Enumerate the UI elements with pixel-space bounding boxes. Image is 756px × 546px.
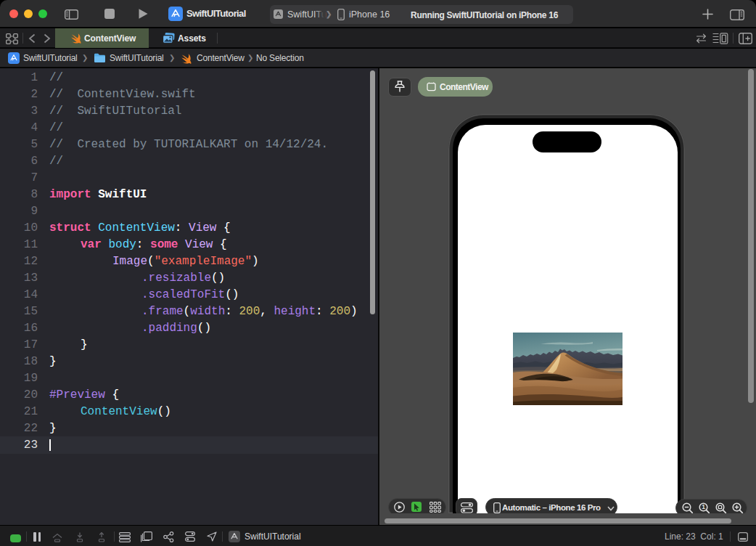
- svg-text:1: 1: [702, 503, 705, 510]
